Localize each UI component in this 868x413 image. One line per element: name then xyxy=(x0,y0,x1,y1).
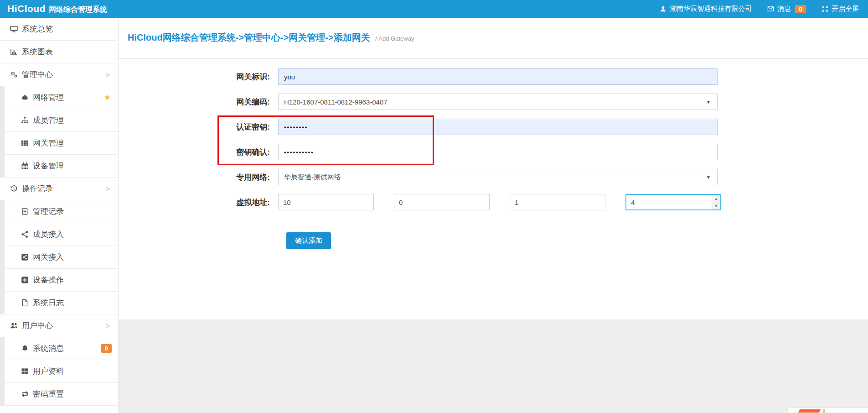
app-logo[interactable]: HiCloud 网络综合管理系统 xyxy=(7,3,107,15)
share-square-icon xyxy=(21,253,29,261)
brand-subtitle: 网络综合管理系统 xyxy=(49,5,107,15)
octet-4-wrapper: ▲ ▼ xyxy=(625,194,721,210)
key-confirm-label: 密钥确认: xyxy=(119,147,278,157)
sidebar-item-network-management[interactable]: 网络管理 ★ xyxy=(5,86,118,109)
sitemap-icon xyxy=(21,116,29,124)
octet-4-input[interactable] xyxy=(625,194,721,210)
gateway-id-row: 网关标识: xyxy=(119,68,868,85)
history-icon xyxy=(10,185,18,193)
header-actions: 湖南华辰智通科技有限公司 消息 0 开启全屏 xyxy=(660,5,859,13)
company-name: 湖南华辰智通科技有限公司 xyxy=(670,5,752,13)
messages-count-badge: 0 xyxy=(795,5,806,13)
sidebar-item-label: 系统图表 xyxy=(22,47,53,57)
th-large-icon xyxy=(21,367,29,375)
private-network-select[interactable]: 华辰智通-测试网络 ▼ xyxy=(278,169,718,185)
spinner-down-icon[interactable]: ▼ xyxy=(712,202,720,209)
expand-icon xyxy=(822,5,828,12)
sidebar-item-label: 管理中心 xyxy=(22,69,53,80)
octet-1-input[interactable] xyxy=(278,194,374,210)
sidebar-item-system-overview[interactable]: 系统总览 xyxy=(0,18,118,41)
top-header: HiCloud 网络综合管理系统 湖南华辰智通科技有限公司 消息 0 开启全屏 xyxy=(0,0,868,18)
brand-name: HiCloud xyxy=(7,3,46,14)
chevron-right-icon: > xyxy=(106,71,110,78)
sidebar-item-management-records[interactable]: 管理记录 xyxy=(5,200,118,223)
octet-3-input[interactable] xyxy=(510,194,605,210)
messages-label: 消息 xyxy=(777,5,791,13)
corner-widget-logo-icon xyxy=(797,409,821,413)
sidebar-item-password-reset[interactable]: 密码重置 xyxy=(5,383,118,406)
user-icon xyxy=(660,5,666,12)
sidebar-nav: 系统总览 系统图表 管理中心 > 网络管理 ★ 成员管理 网关管理 xyxy=(0,18,119,413)
sidebar-item-user-profile[interactable]: 用户资料 xyxy=(5,360,118,383)
chevron-right-icon: > xyxy=(106,322,110,329)
messages-button[interactable]: 消息 0 xyxy=(767,5,806,13)
sidebar-item-label: 网络管理 xyxy=(33,92,64,103)
fullscreen-label: 开启全屏 xyxy=(832,5,859,13)
sidebar-item-label: 设备管理 xyxy=(33,161,64,171)
grid-icon xyxy=(21,139,29,147)
sidebar-item-operation-records[interactable]: 操作记录 > xyxy=(0,178,118,200)
file-icon xyxy=(21,299,29,307)
gears-icon xyxy=(10,71,18,78)
number-spinner[interactable]: ▲ ▼ xyxy=(712,195,720,209)
sidebar-item-label: 用户资料 xyxy=(33,366,64,376)
chevron-right-icon: > xyxy=(106,185,110,193)
breadcrumb-suffix: / Add Gateway xyxy=(375,35,414,42)
sidebar-item-member-management[interactable]: 成员管理 xyxy=(5,109,118,132)
favorite-star-icon[interactable]: ★ xyxy=(104,93,111,102)
sidebar-item-system-charts[interactable]: 系统图表 xyxy=(0,41,118,63)
sidebar-item-label: 网关管理 xyxy=(33,138,64,148)
add-gateway-form: 网关标识: 网关编码: H120-1607-0811-0812-9963-040… xyxy=(119,59,868,249)
messages-count-badge: 0 xyxy=(101,344,112,353)
sidebar-item-label: 成员接入 xyxy=(33,229,64,240)
caret-down-icon: ▼ xyxy=(706,99,711,105)
key-confirm-input[interactable] xyxy=(278,144,718,160)
corner-widget[interactable] xyxy=(787,408,868,413)
sidebar-item-label: 成员管理 xyxy=(33,115,64,125)
main-content: HiCloud网络综合管理系统->管理中心->网关管理->添加网关 / Add … xyxy=(119,18,868,413)
content-panel: HiCloud网络综合管理系统->管理中心->网关管理->添加网关 / Add … xyxy=(119,18,868,319)
sidebar-item-gateway-access[interactable]: 网关接入 xyxy=(5,246,118,269)
gateway-code-select[interactable]: H120-1607-0811-0812-9963-0407 ▼ xyxy=(278,94,718,110)
private-network-label: 专用网络: xyxy=(119,172,278,183)
virtual-address-label: 虚拟地址: xyxy=(119,197,278,208)
cloud-icon xyxy=(21,94,29,101)
spinner-up-icon[interactable]: ▲ xyxy=(712,195,720,202)
file-text-icon xyxy=(21,208,29,215)
sidebar-item-label: 系统日志 xyxy=(33,298,64,308)
management-center-submenu: 网络管理 ★ 成员管理 网关管理 设备管理 xyxy=(0,86,118,178)
share-nodes-icon xyxy=(21,230,29,238)
sidebar-item-user-center[interactable]: 用户中心 > xyxy=(0,314,118,337)
sidebar-item-management-center[interactable]: 管理中心 > xyxy=(0,63,118,86)
confirm-add-button[interactable]: 确认添加 xyxy=(286,232,331,249)
private-network-value: 华辰智通-测试网络 xyxy=(284,173,341,182)
sidebar-item-label: 系统总览 xyxy=(22,24,53,34)
octet-2-input[interactable] xyxy=(394,194,490,210)
sidebar-item-member-access[interactable]: 成员接入 xyxy=(5,223,118,246)
gateway-code-row: 网关编码: H120-1607-0811-0812-9963-0407 ▼ xyxy=(119,94,868,110)
virtual-address-octets: ▲ ▼ xyxy=(278,194,721,210)
account-menu[interactable]: 湖南华辰智通科技有限公司 xyxy=(660,5,752,13)
fullscreen-button[interactable]: 开启全屏 xyxy=(822,5,859,13)
breadcrumb: HiCloud网络综合管理系统->管理中心->网关管理->添加网关 / Add … xyxy=(119,18,868,59)
sidebar-item-label: 网关接入 xyxy=(33,252,64,262)
bar-chart-icon xyxy=(10,48,18,56)
calendar-icon xyxy=(21,162,29,170)
sidebar-item-label: 系统消息 xyxy=(33,343,64,354)
plus-square-icon xyxy=(21,276,29,284)
sidebar-item-gateway-management[interactable]: 网关管理 xyxy=(5,132,118,155)
auth-key-input[interactable] xyxy=(278,119,718,135)
sidebar-item-device-management[interactable]: 设备管理 xyxy=(5,155,118,178)
corner-widget-logo-bar xyxy=(823,409,825,413)
sidebar-item-system-messages[interactable]: 系统消息 0 xyxy=(5,337,118,360)
users-icon xyxy=(10,322,18,329)
sidebar-item-system-logs[interactable]: 系统日志 xyxy=(5,292,118,314)
operation-records-submenu: 管理记录 成员接入 网关接入 设备操作 系统日志 xyxy=(0,200,118,314)
sidebar-item-device-operations[interactable]: 设备操作 xyxy=(5,269,118,292)
gateway-id-input[interactable] xyxy=(278,68,718,85)
key-confirm-row: 密钥确认: xyxy=(119,144,868,160)
private-network-row: 专用网络: 华辰智通-测试网络 ▼ xyxy=(119,169,868,185)
auth-key-label: 认证密钥: xyxy=(119,122,278,132)
breadcrumb-path[interactable]: HiCloud网络综合管理系统->管理中心->网关管理->添加网关 xyxy=(128,32,370,42)
gateway-id-label: 网关标识: xyxy=(119,72,278,82)
